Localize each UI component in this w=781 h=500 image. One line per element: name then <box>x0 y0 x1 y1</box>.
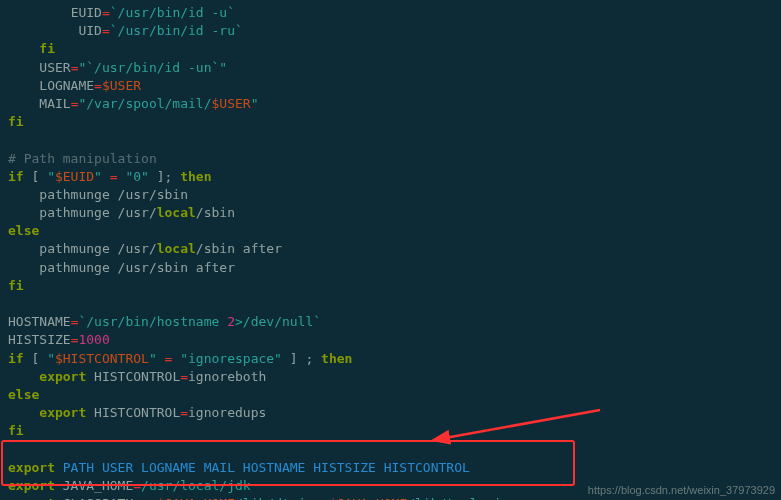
line: if [ "$HISTCONTROL" = "ignorespace" ] ; … <box>8 351 352 366</box>
line: export CLASSPATH=.:$JAVA_HOME/lib/dt.jar… <box>8 496 517 500</box>
line: USER="`/usr/bin/id -un`" <box>8 60 227 75</box>
line: fi <box>8 114 24 129</box>
line: export PATH USER LOGNAME MAIL HOSTNAME H… <box>8 460 470 475</box>
line: HISTSIZE=1000 <box>8 332 110 347</box>
line: EUID=`/usr/bin/id -u` <box>8 5 235 20</box>
line: fi <box>8 423 24 438</box>
line: else <box>8 223 39 238</box>
watermark-text: https://blog.csdn.net/weixin_37973929 <box>588 483 775 498</box>
line: pathmunge /usr/local/sbin after <box>8 241 282 256</box>
code-content: EUID=`/usr/bin/id -u` UID=`/usr/bin/id -… <box>8 4 773 500</box>
line: else <box>8 387 39 402</box>
line: if [ "$EUID" = "0" ]; then <box>8 169 212 184</box>
line: export HISTCONTROL=ignoreboth <box>8 369 266 384</box>
line: UID=`/usr/bin/id -ru` <box>8 23 243 38</box>
line: HOSTNAME=`/usr/bin/hostname 2>/dev/null` <box>8 314 321 329</box>
line: fi <box>8 278 24 293</box>
line: pathmunge /usr/sbin <box>8 187 188 202</box>
code-editor: EUID=`/usr/bin/id -u` UID=`/usr/bin/id -… <box>0 0 781 500</box>
line: export JAVA_HOME=/usr/local/jdk <box>8 478 251 493</box>
line: LOGNAME=$USER <box>8 78 141 93</box>
line: pathmunge /usr/local/sbin <box>8 205 235 220</box>
line: MAIL="/var/spool/mail/$USER" <box>8 96 258 111</box>
line: pathmunge /usr/sbin after <box>8 260 235 275</box>
comment-line: # Path manipulation <box>8 151 157 166</box>
line: export HISTCONTROL=ignoredups <box>8 405 266 420</box>
line: fi <box>8 41 55 56</box>
